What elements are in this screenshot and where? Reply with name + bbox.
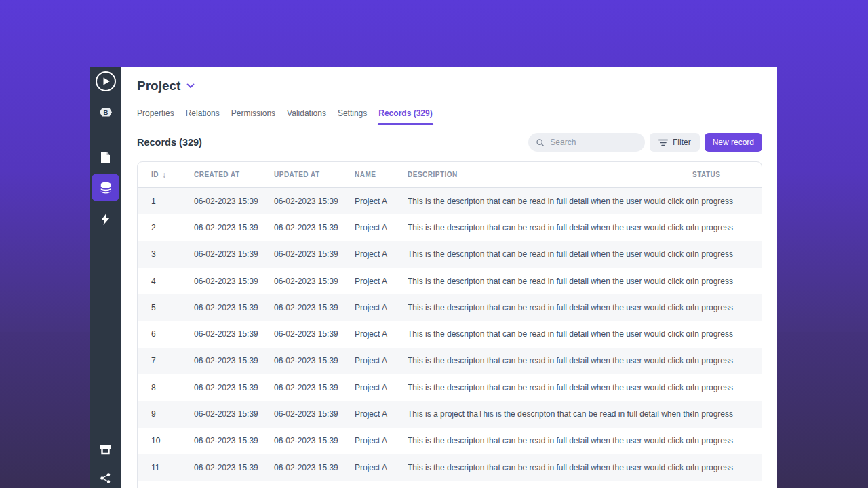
cell-updated-at: 06-02-2023 15:39	[274, 463, 355, 472]
column-header-id[interactable]: ID ↓	[151, 170, 194, 180]
cell-status: In progress	[692, 329, 762, 339]
tab-bar: Properties Relations Permissions Validat…	[137, 108, 762, 125]
column-header-updated-at[interactable]: UPDATED AT	[274, 171, 355, 178]
search-input[interactable]	[549, 137, 637, 148]
cell-status: In progress	[692, 356, 762, 365]
tab-relations[interactable]: Relations	[186, 108, 220, 118]
cell-name: Project A	[355, 436, 408, 445]
cell-updated-at: 06-02-2023 15:39	[274, 249, 355, 259]
column-header-description[interactable]: DESCRIPTION	[408, 171, 692, 178]
table-row[interactable]: 11 06-02-2023 15:39 06-02-2023 15:39 Pro…	[138, 454, 762, 481]
cell-id: 9	[151, 409, 194, 419]
cell-name: Project A	[355, 383, 408, 392]
cell-updated-at: 06-02-2023 15:39	[274, 329, 355, 339]
cell-created-at: 06-02-2023 15:39	[194, 409, 274, 419]
cell-description: This is the descripton that can be read …	[408, 249, 692, 259]
share-icon	[100, 473, 111, 483]
table-row[interactable]: 5 06-02-2023 15:39 06-02-2023 15:39 Proj…	[138, 294, 762, 321]
cell-updated-at: 06-02-2023 15:39	[274, 277, 355, 286]
cell-created-at: 06-02-2023 15:39	[194, 277, 274, 286]
play-button[interactable]	[90, 70, 121, 93]
cell-updated-at: 06-02-2023 15:39	[274, 197, 355, 206]
cell-description: This is the descripton that can be read …	[408, 463, 692, 472]
cell-description: This is the descripton that can be read …	[408, 383, 692, 392]
table-row[interactable]: 4 06-02-2023 15:39 06-02-2023 15:39 Proj…	[138, 268, 762, 294]
table-body: 1 06-02-2023 15:39 06-02-2023 15:39 Proj…	[138, 188, 762, 481]
records-table: ID ↓ CREATED AT UPDATED AT NAME DESCRIPT…	[137, 161, 762, 488]
cell-name: Project A	[355, 197, 408, 206]
cell-id: 5	[151, 303, 194, 312]
lightning-icon	[101, 214, 110, 225]
page-title: Project	[137, 79, 180, 94]
actions-button[interactable]	[90, 207, 121, 230]
cell-created-at: 06-02-2023 15:39	[194, 356, 274, 365]
betty-blocks-logo-button[interactable]: B	[90, 100, 121, 123]
cell-id: 1	[151, 197, 194, 206]
tab-settings[interactable]: Settings	[338, 108, 367, 118]
cell-description: This is the descripton that can be read …	[408, 329, 692, 339]
cell-id: 7	[151, 356, 194, 365]
cell-created-at: 06-02-2023 15:39	[194, 197, 274, 206]
database-icon	[99, 181, 113, 195]
tab-permissions[interactable]: Permissions	[231, 108, 275, 118]
cell-created-at: 06-02-2023 15:39	[194, 249, 274, 259]
cell-name: Project A	[355, 409, 408, 419]
table-row[interactable]: 3 06-02-2023 15:39 06-02-2023 15:39 Proj…	[138, 241, 762, 268]
table-row[interactable]: 1 06-02-2023 15:39 06-02-2023 15:39 Proj…	[138, 188, 762, 214]
cell-status: In progress	[692, 409, 762, 419]
filter-button[interactable]: Filter	[650, 133, 700, 152]
cell-updated-at: 06-02-2023 15:39	[274, 356, 355, 365]
new-record-button[interactable]: New record	[705, 133, 762, 152]
search-icon	[536, 138, 544, 147]
data-model-button[interactable]	[92, 174, 119, 201]
column-header-name[interactable]: NAME	[355, 171, 408, 178]
cell-status: In progress	[692, 197, 762, 206]
tab-records[interactable]: Records (329)	[378, 108, 432, 118]
column-header-created-at[interactable]: CREATED AT	[194, 171, 274, 178]
search-box[interactable]	[528, 133, 645, 152]
svg-text:B: B	[103, 108, 108, 116]
betty-blocks-logo-icon: B	[97, 106, 115, 118]
cell-id: 8	[151, 383, 194, 392]
cell-status: In progress	[692, 223, 762, 232]
marketplace-button[interactable]	[90, 438, 121, 461]
table-row[interactable]: 10 06-02-2023 15:39 06-02-2023 15:39 Pro…	[138, 428, 762, 454]
column-header-status[interactable]: STATUS	[692, 171, 762, 178]
cell-created-at: 06-02-2023 15:39	[194, 436, 274, 445]
play-icon	[95, 70, 117, 92]
cell-name: Project A	[355, 303, 408, 312]
table-row[interactable]: 6 06-02-2023 15:39 06-02-2023 15:39 Proj…	[138, 321, 762, 347]
cell-name: Project A	[355, 277, 408, 286]
main-panel: Project Properties Relations Permissions…	[121, 67, 777, 488]
storefront-icon	[99, 444, 112, 455]
cell-description: This is the descripton that can be read …	[408, 197, 692, 206]
cell-updated-at: 06-02-2023 15:39	[274, 223, 355, 232]
table-header-row: ID ↓ CREATED AT UPDATED AT NAME DESCRIPT…	[138, 162, 762, 188]
cell-name: Project A	[355, 356, 408, 365]
cell-created-at: 06-02-2023 15:39	[194, 463, 274, 472]
cell-id: 4	[151, 277, 194, 286]
tab-validations[interactable]: Validations	[287, 108, 326, 118]
cell-id: 11	[151, 463, 194, 472]
cell-description: This is the descripton that can be read …	[408, 303, 692, 312]
cell-name: Project A	[355, 463, 408, 472]
records-heading: Records (329)	[137, 137, 202, 148]
cell-id: 6	[151, 329, 194, 339]
tab-properties[interactable]: Properties	[137, 108, 174, 118]
entity-title-dropdown[interactable]: Project	[137, 79, 195, 94]
pages-button[interactable]	[90, 146, 121, 169]
cell-description: This is the descripton that can be read …	[408, 356, 692, 365]
cell-created-at: 06-02-2023 15:39	[194, 383, 274, 392]
table-row[interactable]: 8 06-02-2023 15:39 06-02-2023 15:39 Proj…	[138, 374, 762, 401]
sidebar: B	[90, 67, 121, 488]
desktop-background: { "app": { "accent_color": "#6d4de0", "s…	[0, 0, 868, 488]
filter-icon	[658, 139, 668, 146]
table-row[interactable]: 9 06-02-2023 15:39 06-02-2023 15:39 Proj…	[138, 401, 762, 427]
cell-description: This is the descripton that can be read …	[408, 436, 692, 445]
cell-status: In progress	[692, 463, 762, 472]
table-row[interactable]: 2 06-02-2023 15:39 06-02-2023 15:39 Proj…	[138, 214, 762, 241]
integrations-button[interactable]	[90, 466, 121, 488]
cell-id: 2	[151, 223, 194, 232]
cell-updated-at: 06-02-2023 15:39	[274, 409, 355, 419]
table-row[interactable]: 7 06-02-2023 15:39 06-02-2023 15:39 Proj…	[138, 348, 762, 374]
